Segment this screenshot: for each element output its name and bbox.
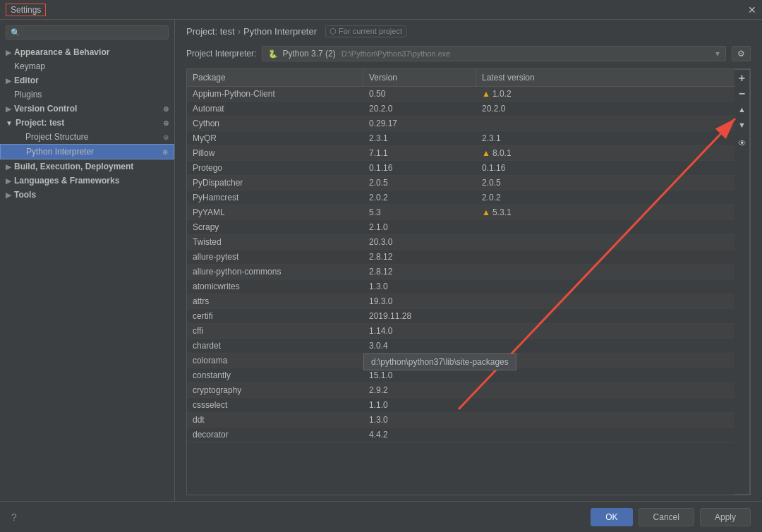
table-row[interactable]: allure-python-commons 2.8.12 [187,265,734,279]
help-icon[interactable]: ? [11,512,17,523]
table-row[interactable]: allure-pytest 2.8.12 [187,250,734,265]
table-row[interactable]: Protego 0.1.16 0.1.16 [187,161,734,176]
table-row[interactable]: atomicwrites 1.3.0 [187,279,734,294]
gear-button[interactable]: ⚙ [732,46,751,61]
pkg-version: 1.14.0 [363,324,476,338]
table-row[interactable]: cssselect 1.1.0 [187,398,734,413]
pkg-latest: 2.3.1 [476,131,734,145]
pkg-latest [476,294,734,308]
table-row[interactable]: colorama d:\python\python37\lib\site-pac… [187,353,734,368]
cancel-button[interactable]: Cancel [639,508,694,526]
table-row[interactable]: Pillow 7.1.1 ▲8.0.1 [187,146,734,161]
expand-arrow: ▶ [6,105,11,113]
pkg-latest [476,324,734,338]
pkg-latest [476,413,734,427]
ok-button[interactable]: OK [591,508,632,526]
table-row[interactable]: Automat 20.2.0 20.2.0 [187,102,734,116]
tooltip-popup: d:\python\python37\lib\site-packages [363,353,516,370]
dropdown-arrow-icon: ▾ [715,49,720,59]
table-row[interactable]: cffi 1.14.0 [187,324,734,339]
table-row[interactable]: MyQR 2.3.1 2.3.1 [187,131,734,146]
table-row[interactable]: Cython 0.29.17 [187,116,734,131]
sidebar-item-editor[interactable]: ▶ Editor [0,73,174,87]
pkg-name: cryptography [187,383,363,397]
pkg-name: allure-pytest [187,250,363,264]
pkg-latest [476,265,734,279]
sidebar-item-build[interactable]: ▶ Build, Execution, Deployment [0,159,174,174]
pkg-version: d:\python\python37\lib\site-packages [363,353,476,368]
expand-arrow: ▶ [6,177,11,185]
pkg-latest [476,309,734,323]
eye-button[interactable]: 👁 [735,136,749,150]
table-row[interactable]: chardet 3.0.4 [187,339,734,353]
close-button[interactable]: ✕ [748,4,756,16]
pkg-name: allure-python-commons [187,265,363,279]
table-row[interactable]: PyHamcrest 2.0.2 2.0.2 [187,191,734,205]
scroll-down-button[interactable]: ▼ [735,118,749,132]
pkg-name: PyHamcrest [187,191,363,205]
pkg-version: 5.3 [363,205,476,219]
table-row[interactable]: certifi 2019.11.28 [187,309,734,324]
pkg-name: Automat [187,102,363,116]
pkg-latest: ▲5.3.1 [476,205,734,219]
pkg-version: 2.3.1 [363,131,476,145]
pkg-name: atomicwrites [187,279,363,294]
add-package-button[interactable]: + [735,71,749,85]
pkg-version: 2.0.5 [363,176,476,190]
search-box[interactable]: 🔍 [6,25,169,40]
pkg-name: certifi [187,309,363,323]
pkg-latest [476,339,734,353]
table-row[interactable]: Twisted 20.3.0 [187,235,734,250]
gear-icon: ⚙ [737,49,745,59]
pkg-name: cssselect [187,398,363,412]
sidebar: 🔍 ▶ Appearance & Behavior Keymap ▶ Edito… [0,20,175,501]
pkg-version: 0.50 [363,87,476,101]
interpreter-label: Project Interpreter: [186,49,256,59]
table-row[interactable]: Appium-Python-Client 0.50 ▲1.0.2 [187,87,734,102]
pkg-latest: 2.0.2 [476,191,734,205]
spacer [175,495,762,501]
pkg-name: Cython [187,116,363,131]
pkg-version: 0.1.16 [363,161,476,175]
search-input[interactable] [23,28,164,37]
window-title: Settings [6,4,46,16]
scroll-up-button[interactable]: ▲ [735,102,749,116]
sidebar-item-tools[interactable]: ▶ Tools [0,188,174,202]
breadcrumb-separator: › [238,26,241,37]
apply-button[interactable]: Apply [700,508,751,526]
main-layout: 🔍 ▶ Appearance & Behavior Keymap ▶ Edito… [0,20,762,501]
table-row[interactable]: cryptography 2.9.2 [187,383,734,398]
table-row[interactable]: PyYAML 5.3 ▲5.3.1 [187,205,734,220]
pkg-latest: ▲8.0.1 [476,146,734,160]
pkg-version: 2.8.12 [363,265,476,279]
interpreter-select-dropdown[interactable]: 🐍 Python 3.7 (2) D:\Python\Python37\pyth… [262,46,726,61]
sidebar-item-appearance[interactable]: ▶ Appearance & Behavior [0,45,174,59]
pkg-version: 2019.11.28 [363,309,476,323]
expand-arrow: ▼ [6,119,13,127]
pkg-latest [476,428,734,442]
pkg-version: 15.1.0 [363,368,476,382]
pkg-version: 2.0.2 [363,191,476,205]
title-bar: Settings ✕ [0,0,762,20]
pkg-latest: 0.1.16 [476,161,734,175]
table-row[interactable]: attrs 19.3.0 [187,294,734,309]
remove-package-button[interactable]: − [735,87,749,101]
sidebar-item-version-control[interactable]: ▶ Version Control ⊕ [0,102,174,116]
table-row[interactable]: decorator 4.4.2 [187,428,734,442]
pkg-latest [476,368,734,382]
sidebar-item-languages[interactable]: ▶ Languages & Frameworks [0,174,174,188]
table-row[interactable]: ddt 1.3.0 [187,413,734,428]
breadcrumb: Project: test › Python Interpreter ⬡ For… [175,20,762,43]
sidebar-item-python-interpreter[interactable]: Python Interpreter ⊕ [0,144,174,159]
pkg-name: Pillow [187,146,363,160]
sidebar-item-project-structure[interactable]: Project Structure ⊕ [0,130,174,144]
table-row[interactable]: PyDispatcher 2.0.5 2.0.5 [187,176,734,191]
pkg-name: MyQR [187,131,363,145]
sidebar-item-project[interactable]: ▼ Project: test ⊕ [0,116,174,130]
pkg-latest [476,279,734,294]
table-row[interactable]: constantly 15.1.0 [187,368,734,383]
sidebar-item-plugins[interactable]: Plugins [0,87,174,102]
pkg-version: 1.1.0 [363,398,476,412]
table-row[interactable]: Scrapy 2.1.0 [187,220,734,235]
sidebar-item-keymap[interactable]: Keymap [0,59,174,73]
